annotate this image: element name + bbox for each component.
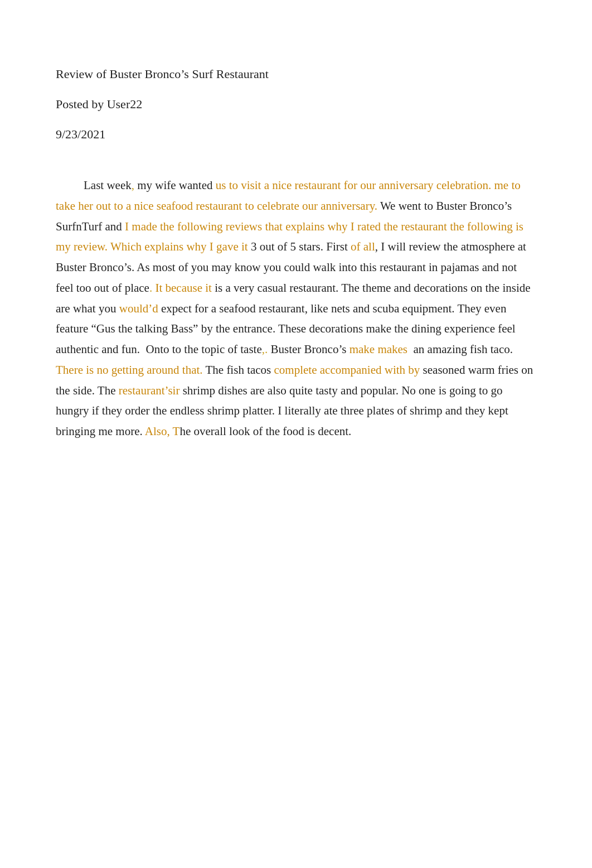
page-container: Review of Buster Bronco’s Surf Restauran… [0,0,592,509]
review-paragraph: Last week, my wife wanted us to visit a … [56,175,536,442]
posted-by: Posted by User22 [56,97,536,112]
review-body: Last week, my wife wanted us to visit a … [56,175,536,442]
review-title: Review of Buster Bronco’s Surf Restauran… [56,67,536,81]
date: 9/23/2021 [56,127,536,142]
